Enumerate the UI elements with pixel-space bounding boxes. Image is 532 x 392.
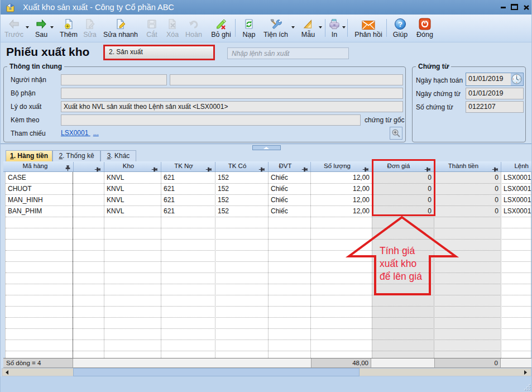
svg-text:?: ? [398,20,402,28]
